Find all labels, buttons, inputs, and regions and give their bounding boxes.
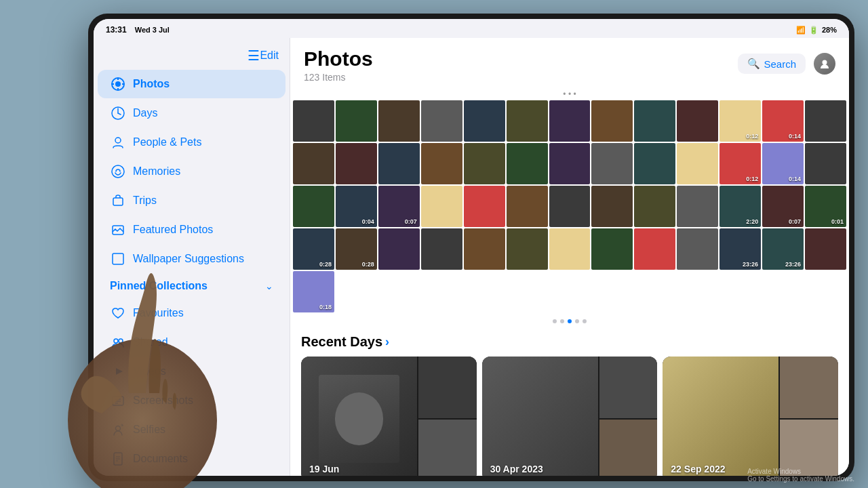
photo-thumb-35[interactable]: [677, 186, 718, 227]
pinned-chevron-icon: ⌄: [265, 281, 273, 291]
photo-duration-11: 0:14: [789, 133, 801, 140]
photo-thumb-14[interactable]: [336, 143, 377, 184]
photo-thumb-11[interactable]: 0:14: [762, 100, 804, 142]
photo-thumb-50[interactable]: 23:26: [762, 228, 804, 270]
edit-button[interactable]: Edit: [260, 47, 279, 64]
svg-point-1: [115, 81, 121, 87]
photo-thumb-8[interactable]: [634, 100, 675, 142]
sidebar-item-shared[interactable]: Shared: [98, 328, 285, 357]
pinned-collections-header[interactable]: Pinned Collections ⌄: [98, 274, 285, 298]
photo-thumb-45[interactable]: [549, 228, 591, 270]
sidebar-item-screenshots[interactable]: Screenshots: [98, 386, 285, 415]
battery-icon: 🔋: [809, 26, 818, 35]
photo-thumb-28[interactable]: 0:07: [378, 186, 420, 227]
sidebar-item-days[interactable]: Days: [98, 99, 285, 127]
sidebar-item-favourites[interactable]: Favourites: [98, 299, 285, 327]
svg-point-24: [823, 60, 827, 65]
photo-thumb-24[interactable]: 0:14: [762, 143, 804, 184]
svg-point-13: [119, 339, 123, 343]
sidebar-item-featured-photos[interactable]: Featured Photos: [98, 216, 285, 244]
avatar-button[interactable]: [814, 53, 835, 75]
sidebar-header: ☰ Edit: [94, 45, 290, 69]
photo-thumb-38[interactable]: 0:01: [805, 186, 846, 227]
photo-thumb-15[interactable]: [378, 143, 420, 184]
photo-thumb-3[interactable]: [421, 100, 462, 142]
photo-thumb-23[interactable]: 0:12: [719, 143, 761, 184]
photo-thumb-13[interactable]: [293, 143, 334, 184]
sidebar-wallpaper-label: Wallpaper Suggestions: [133, 253, 273, 265]
photo-thumb-1[interactable]: [336, 100, 377, 142]
photo-title: Photos: [304, 47, 373, 70]
day-sub-photo-0b: [418, 420, 477, 476]
dot-4[interactable]: [583, 319, 587, 323]
photo-thumb-44[interactable]: [507, 228, 548, 270]
photo-thumb-16[interactable]: [421, 143, 462, 184]
day-label-2: 22 Sep 2022: [671, 464, 725, 474]
photo-thumb-49[interactable]: 23:26: [719, 228, 761, 270]
photo-thumb-48[interactable]: [677, 228, 718, 270]
photo-thumb-19[interactable]: [549, 143, 591, 184]
day-card-1[interactable]: 30 Apr 2023: [482, 357, 658, 476]
photo-thumb-6[interactable]: [549, 100, 591, 142]
sidebar-item-trips[interactable]: Trips: [98, 186, 285, 215]
dot-2[interactable]: [568, 319, 572, 323]
dot-1[interactable]: [560, 319, 564, 323]
photo-thumb-0[interactable]: [293, 100, 334, 142]
sidebar-item-selfies[interactable]: Selfies: [98, 415, 285, 444]
photo-thumb-34[interactable]: [634, 186, 675, 227]
photo-thumb-5[interactable]: [507, 100, 548, 142]
photo-thumb-30[interactable]: [464, 186, 505, 227]
day-card-0[interactable]: 19 Jun: [301, 357, 477, 476]
sidebar-item-wallpaper[interactable]: Wallpaper Suggestions: [98, 245, 285, 273]
day-card-2[interactable]: 22 Sep 2022: [663, 357, 838, 476]
sidebar-item-memories[interactable]: Memories: [98, 157, 285, 186]
photo-thumb-10[interactable]: 0:12: [719, 100, 761, 142]
photo-thumb-25[interactable]: [805, 143, 846, 184]
photo-thumb-7[interactable]: [591, 100, 633, 142]
photo-thumb-18[interactable]: [507, 143, 548, 184]
photo-duration-27: 0:04: [362, 218, 374, 225]
photo-thumb-52[interactable]: 0:18: [293, 271, 334, 312]
photo-thumb-17[interactable]: [464, 143, 505, 184]
sidebar-item-videos[interactable]: Videos: [98, 357, 285, 386]
photo-grid: 0:120:140:120:140:040:072:200:070:010:28…: [290, 100, 849, 315]
sidebar-item-photos[interactable]: Photos: [98, 70, 285, 98]
photo-thumb-27[interactable]: 0:04: [336, 186, 377, 227]
photo-thumb-41[interactable]: [378, 228, 420, 270]
dot-0[interactable]: [553, 319, 557, 323]
photo-thumb-4[interactable]: [464, 100, 505, 142]
photo-thumb-29[interactable]: [421, 186, 462, 227]
photo-thumb-12[interactable]: [805, 100, 846, 142]
photo-thumb-21[interactable]: [634, 143, 675, 184]
search-button[interactable]: 🔍 Search: [738, 54, 806, 74]
photo-thumb-22[interactable]: [677, 143, 718, 184]
photo-thumb-47[interactable]: [634, 228, 675, 270]
sidebar-item-documents[interactable]: Documents: [98, 445, 285, 473]
sidebar-item-people-pets[interactable]: People & Pets: [98, 128, 285, 157]
photo-thumb-20[interactable]: [591, 143, 633, 184]
photo-thumb-40[interactable]: 0:28: [336, 228, 377, 270]
featured-photos-icon: [110, 222, 126, 238]
photo-thumb-9[interactable]: [677, 100, 718, 142]
photo-thumb-43[interactable]: [464, 228, 505, 270]
sidebar-menu-icon[interactable]: ☰: [248, 47, 260, 64]
photo-thumb-26[interactable]: [293, 186, 334, 227]
dot-3[interactable]: [575, 319, 579, 323]
photo-thumb-42[interactable]: [421, 228, 462, 270]
photo-thumb-39[interactable]: 0:28: [293, 228, 334, 270]
day-sub-photo-0a: [418, 357, 477, 418]
recent-days-chevron[interactable]: ›: [385, 335, 389, 349]
photo-thumb-36[interactable]: 2:20: [719, 186, 761, 227]
day-sub-photo-1a: [599, 357, 658, 418]
photo-thumb-33[interactable]: [591, 186, 633, 227]
photo-thumb-51[interactable]: [805, 228, 846, 270]
photo-thumb-46[interactable]: [591, 228, 633, 270]
photo-thumb-31[interactable]: [507, 186, 548, 227]
photo-title-area: Photos 123 Items: [304, 47, 373, 83]
search-icon: 🔍: [747, 58, 760, 70]
photo-thumb-37[interactable]: 0:07: [762, 186, 804, 227]
photo-thumb-32[interactable]: [549, 186, 591, 227]
photo-thumb-2[interactable]: [378, 100, 420, 142]
svg-rect-11: [113, 253, 123, 264]
svg-marker-14: [116, 368, 123, 375]
